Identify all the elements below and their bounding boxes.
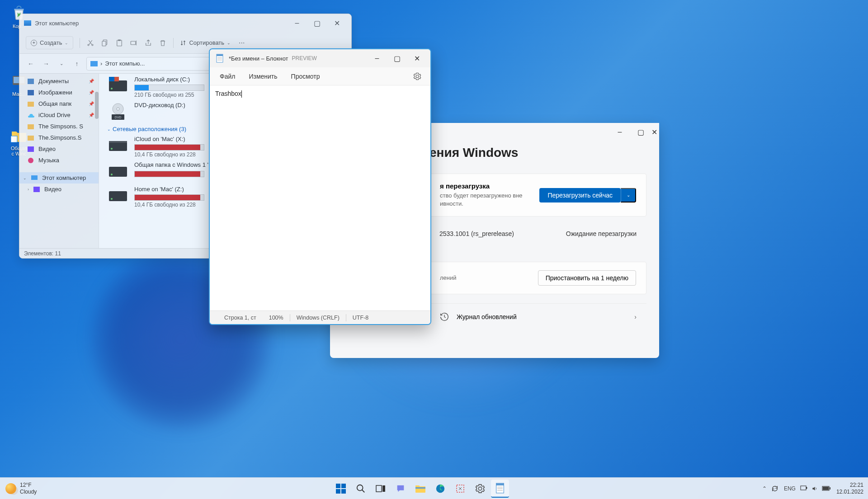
svg-text:DVD: DVD xyxy=(115,116,122,119)
pin-icon: 📌 xyxy=(89,113,94,118)
up-button[interactable]: ↑ xyxy=(71,60,83,67)
restart-dropdown-button[interactable]: ⌄ xyxy=(621,188,636,202)
restart-card: я перезагрузка ство будет перезагружено … xyxy=(429,174,646,217)
file-menu[interactable]: Файл xyxy=(214,70,241,83)
search-button[interactable] xyxy=(352,480,370,498)
close-button[interactable]: ✕ xyxy=(651,125,657,139)
maximize-button[interactable]: ▢ xyxy=(630,125,651,139)
sidebar-item[interactable]: Изображени📌 xyxy=(19,87,99,98)
pause-week-button[interactable]: Приостановить на 1 неделю xyxy=(538,270,636,286)
notepad-taskbar-icon[interactable] xyxy=(491,480,509,498)
settings-taskbar-icon[interactable] xyxy=(471,480,489,498)
back-button[interactable]: ← xyxy=(25,60,37,67)
svg-rect-12 xyxy=(28,124,34,129)
update-history-row[interactable]: Журнал обновлений › xyxy=(429,303,646,330)
view-menu[interactable]: Просмотр xyxy=(286,70,326,83)
svg-rect-7 xyxy=(131,41,136,45)
history-icon xyxy=(439,312,449,322)
svg-rect-42 xyxy=(415,487,425,489)
svg-point-32 xyxy=(111,198,113,200)
sidebar-item[interactable]: Музыка xyxy=(19,155,99,166)
more-button[interactable]: ··· xyxy=(239,39,245,47)
svg-point-30 xyxy=(111,174,113,175)
svg-rect-46 xyxy=(496,483,504,485)
edge-button[interactable] xyxy=(431,480,449,498)
update-version-row: 2533.1001 (rs_prerelease) Ожидание перез… xyxy=(429,224,646,244)
sync-icon[interactable] xyxy=(771,485,779,492)
svg-rect-13 xyxy=(28,136,34,141)
notepad-editor[interactable]: Trashbox xyxy=(210,85,430,311)
history-dropdown[interactable]: ⌄ xyxy=(56,61,67,66)
cut-icon[interactable] xyxy=(86,39,94,47)
gear-icon xyxy=(413,72,421,80)
svg-rect-50 xyxy=(830,487,830,490)
svg-rect-49 xyxy=(823,487,829,490)
system-tray: ⌃ ENG 22:21 12.01.2022 xyxy=(714,482,868,495)
zoom-level: 100% xyxy=(263,315,290,321)
svg-rect-34 xyxy=(217,54,223,56)
rename-icon[interactable] xyxy=(130,39,138,47)
close-button[interactable]: ✕ xyxy=(327,16,347,30)
notepad-window: *Без имени – Блокнот PREVIEW – ▢ ✕ Файл … xyxy=(209,48,431,325)
sidebar-item[interactable]: iCloud Drive📌 xyxy=(19,109,99,121)
chat-button[interactable] xyxy=(392,480,410,498)
sidebar-item[interactable]: The.Simpsons.S xyxy=(19,132,99,143)
tray-chevron-icon[interactable]: ⌃ xyxy=(760,485,769,492)
notepad-titlebar[interactable]: *Без имени – Блокнот PREVIEW – ▢ ✕ xyxy=(210,49,430,67)
svg-rect-4 xyxy=(102,41,106,46)
weather-icon xyxy=(5,483,16,494)
sidebar-item[interactable]: The Simpsons. S xyxy=(19,121,99,132)
svg-rect-17 xyxy=(33,187,40,192)
explorer-sidebar: Документы📌 Изображени📌 Общая папк📌 iClou… xyxy=(19,74,99,249)
explorer-taskbar-icon[interactable] xyxy=(411,480,429,498)
language-indicator[interactable]: ENG xyxy=(782,485,797,492)
minimize-button[interactable]: – xyxy=(609,125,630,139)
maximize-button[interactable]: ▢ xyxy=(387,51,407,66)
close-button[interactable]: ✕ xyxy=(407,51,427,66)
encoding: UTF-8 xyxy=(346,315,375,321)
minimize-button[interactable]: – xyxy=(287,16,307,30)
task-view-button[interactable] xyxy=(372,480,390,498)
pin-icon: 📌 xyxy=(89,79,94,84)
clock[interactable]: 22:21 12.01.2022 xyxy=(833,482,863,495)
settings-button[interactable] xyxy=(409,70,426,83)
restart-now-button[interactable]: Перезагрузить сейчас xyxy=(539,188,621,202)
svg-rect-14 xyxy=(28,146,34,152)
pause-card: лений Приостановить на 1 неделю xyxy=(429,262,646,294)
svg-rect-6 xyxy=(118,39,121,41)
share-icon[interactable] xyxy=(144,39,152,47)
sort-button[interactable]: Сортировать ⌄ xyxy=(180,39,231,46)
new-button[interactable]: + Создать ⌄ xyxy=(26,36,73,49)
start-button[interactable] xyxy=(332,480,350,498)
maximize-button[interactable]: ▢ xyxy=(307,16,327,30)
edit-menu[interactable]: Изменить xyxy=(243,70,283,83)
battery-icon[interactable] xyxy=(822,486,830,491)
sidebar-item-this-pc[interactable]: ⌄Этот компьютер xyxy=(19,172,99,184)
weather-widget[interactable]: 12°FCloudy xyxy=(5,482,37,495)
sidebar-item[interactable]: Общая папк📌 xyxy=(19,98,99,109)
pin-icon: 📌 xyxy=(89,101,94,106)
sidebar-scrollbar[interactable] xyxy=(95,92,99,119)
paste-icon[interactable] xyxy=(115,39,123,47)
forward-button[interactable]: → xyxy=(40,60,52,67)
notepad-title: *Без имени – Блокнот xyxy=(229,55,288,62)
pin-icon: 📌 xyxy=(89,90,94,95)
minimize-button[interactable]: – xyxy=(367,51,387,66)
copy-icon[interactable] xyxy=(101,39,109,47)
volume-icon[interactable] xyxy=(811,485,819,492)
svg-rect-16 xyxy=(31,175,38,180)
snipping-tool-button[interactable] xyxy=(451,480,469,498)
svg-rect-10 xyxy=(28,90,34,95)
sidebar-item[interactable]: ›Видео xyxy=(19,184,99,195)
sidebar-item[interactable]: Документы📌 xyxy=(19,75,99,87)
svg-point-21 xyxy=(111,88,113,89)
network-icon[interactable] xyxy=(800,485,808,492)
svg-rect-11 xyxy=(28,102,34,107)
explorer-titlebar[interactable]: Этот компьютер – ▢ ✕ xyxy=(19,14,351,32)
delete-icon[interactable] xyxy=(159,39,167,47)
svg-point-39 xyxy=(357,485,363,490)
svg-rect-9 xyxy=(28,79,34,84)
svg-rect-18 xyxy=(109,80,127,91)
sidebar-item[interactable]: Видео xyxy=(19,143,99,155)
svg-rect-38 xyxy=(341,489,346,494)
